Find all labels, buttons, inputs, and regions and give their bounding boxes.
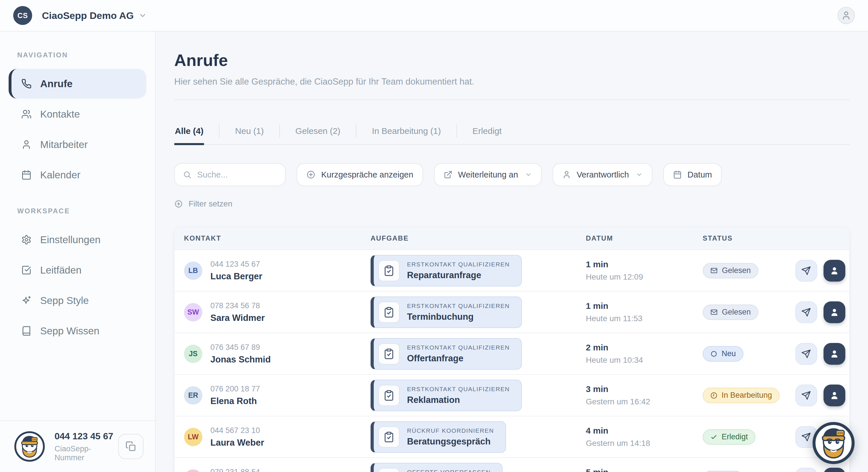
person-filled-icon (829, 265, 840, 276)
sepp-mascot-avatar (14, 431, 45, 462)
search-input[interactable] (197, 170, 277, 179)
status-cell: Neu (703, 471, 795, 472)
assign-person-button[interactable] (824, 384, 845, 406)
paper-plane-icon (801, 390, 811, 401)
top-bar: CS CiaoSepp Demo AG (0, 0, 868, 32)
datum-cell: 1 min Heute um 11:53 (586, 301, 703, 323)
tab-separator (456, 125, 457, 138)
filter-setzen-link[interactable]: Filter setzen (174, 199, 232, 208)
circle-icon (710, 350, 718, 358)
forward-call-button[interactable] (795, 384, 817, 406)
user-icon (841, 11, 851, 20)
sidebar-item-leitfaeden[interactable]: Leitfäden (9, 255, 146, 285)
column-datum: DATUM (586, 234, 703, 242)
tab-neu[interactable]: Neu (1) (235, 117, 265, 144)
sidebar-item-einstellungen[interactable]: Einstellungen (9, 225, 146, 255)
users-icon (21, 109, 32, 119)
sparkles-icon (21, 295, 32, 306)
table-row: LB 044 123 45 67 Luca Berger ERSTKONTAKT… (175, 249, 849, 291)
sidebar-item-label: Anrufe (40, 78, 73, 90)
verantwortlich-filter-button[interactable]: Verantwortlich (553, 163, 652, 186)
person-filled-icon (829, 348, 840, 359)
copy-number-button[interactable] (118, 434, 144, 459)
forward-call-button[interactable] (795, 260, 817, 281)
assign-person-button[interactable] (824, 260, 845, 281)
status-cell: Neu (703, 346, 795, 362)
tab-separator (356, 125, 356, 138)
datum-cell: 1 min Heute um 12:09 (586, 260, 703, 281)
main-content: Anrufe Hier sehen Sie alle Gespräche, di… (156, 32, 868, 472)
envelope-icon (710, 308, 718, 316)
sepp-assistant-button[interactable] (812, 422, 855, 464)
weiterleitung-filter-button[interactable]: Weiterleitung an (434, 163, 541, 186)
calendar-icon (673, 170, 682, 179)
nav-section-label: NAVIGATION (17, 51, 146, 59)
contact-phone: 076 200 18 77 (210, 384, 260, 394)
task-card[interactable]: ERSTKONTAKT QUALIFIZIEREN Terminbuchung (371, 297, 522, 328)
sidebar-item-label: Kontakte (40, 108, 80, 120)
datum-cell: 2 min Heute um 10:34 (586, 343, 703, 365)
status-badge: Neu (703, 471, 743, 472)
forward-call-button[interactable] (795, 343, 817, 365)
task-card[interactable]: ERSTKONTAKT QUALIFIZIEREN Reparaturanfra… (371, 255, 522, 286)
filter-label: Verantwortlich (577, 170, 629, 179)
calls-table: KONTAKT AUFGABE DATUM STATUS LB 044 123 … (174, 227, 849, 472)
task-cell: ERSTKONTAKT QUALIFIZIEREN Reparaturanfra… (371, 255, 586, 286)
sidebar-item-sepp-wissen[interactable]: Sepp Wissen (9, 316, 146, 346)
ciaosepp-number: 044 123 45 67 (55, 431, 118, 442)
tab-erledigt[interactable]: Erledigt (472, 117, 502, 144)
assign-person-button[interactable] (824, 343, 845, 365)
paper-plane-icon (801, 266, 811, 276)
sidebar-item-kalender[interactable]: Kalender (9, 160, 146, 190)
task-card[interactable]: OFFERTE VORERFASSEN Heizungsanlage (371, 463, 503, 472)
forward-call-button[interactable] (795, 468, 817, 472)
page-subtitle: Hier sehen Sie alle Gespräche, die CiaoS… (174, 76, 849, 87)
status-label: In Bearbeitung (722, 391, 772, 400)
contact-name: Elena Roth (210, 396, 260, 406)
call-duration: 2 min (586, 343, 703, 352)
sidebar-item-label: Einstellungen (40, 234, 100, 245)
user-icon (21, 139, 32, 150)
status-badge: Neu (703, 346, 743, 362)
status-label: Gelesen (722, 308, 751, 316)
status-badge: Erledigt (703, 429, 755, 445)
sidebar-item-kontakte[interactable]: Kontakte (9, 99, 146, 129)
assign-person-button[interactable] (824, 301, 845, 323)
contact-avatar: SW (184, 303, 203, 322)
actions-cell (795, 260, 845, 281)
forward-call-button[interactable] (795, 301, 817, 323)
sidebar-item-mitarbeiter[interactable]: Mitarbeiter (9, 130, 146, 160)
status-cell: Gelesen (703, 263, 795, 278)
task-card[interactable]: RÜCKRUF KOORDINIEREN Beratungsgespräch (371, 421, 506, 453)
column-kontakt: KONTAKT (184, 234, 371, 242)
task-card[interactable]: ERSTKONTAKT QUALIFIZIEREN Offertanfrage (371, 338, 522, 370)
tab-gelesen[interactable]: Gelesen (2) (295, 117, 341, 144)
kurzgespraeche-filter-button[interactable]: Kurzgespräche anzeigen (297, 163, 423, 186)
table-row: ER 076 200 18 77 Elena Roth ERSTKONTAKT … (175, 374, 849, 416)
chevron-down-icon (636, 171, 643, 178)
user-menu-button[interactable] (838, 7, 855, 24)
call-time: Gestern um 14:18 (586, 439, 703, 448)
sidebar-item-sepp-style[interactable]: Sepp Style (9, 285, 146, 315)
contact-avatar: JS (184, 345, 203, 363)
tab-in-bearbeitung[interactable]: In Bearbeitung (1) (371, 117, 441, 144)
task-cell: RÜCKRUF KOORDINIEREN Beratungsgespräch (371, 421, 586, 453)
actions-cell (795, 343, 845, 365)
sidebar-item-label: Kalender (40, 169, 81, 181)
task-title: Terminbuchung (407, 312, 510, 322)
tab-separator (219, 125, 220, 138)
company-logo: CS (13, 6, 32, 25)
table-header: KONTAKT AUFGABE DATUM STATUS (175, 227, 849, 249)
status-cell: Gelesen (703, 305, 795, 320)
call-time: Heute um 12:09 (586, 272, 703, 281)
task-card[interactable]: ERSTKONTAKT QUALIFIZIEREN Reklamation (371, 380, 522, 411)
search-box[interactable] (174, 163, 286, 186)
status-badge: In Bearbeitung (703, 388, 780, 403)
tab-alle[interactable]: Alle (4) (174, 117, 204, 144)
user-icon (562, 170, 571, 179)
assign-person-button[interactable] (824, 468, 845, 472)
status-label: Neu (722, 349, 736, 358)
sidebar-item-anrufe[interactable]: Anrufe (9, 69, 146, 99)
chevron-down-icon[interactable] (138, 11, 147, 20)
datum-filter-button[interactable]: Datum (663, 163, 722, 186)
